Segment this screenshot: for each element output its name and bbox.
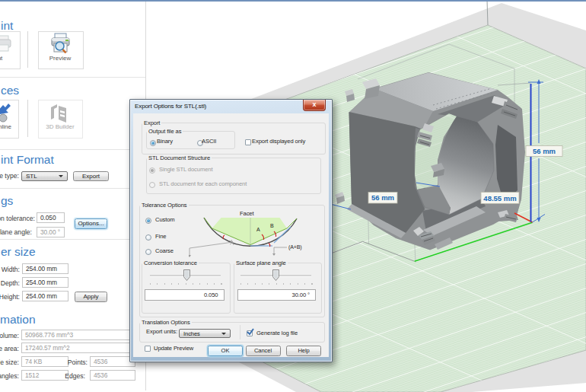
svg-text:56 mm: 56 mm bbox=[533, 147, 556, 155]
svg-text:A: A bbox=[256, 227, 260, 232]
svg-text:B: B bbox=[270, 223, 274, 228]
svg-text:(A+B): (A+B) bbox=[288, 244, 302, 250]
svg-text:48.55 mm: 48.55 mm bbox=[483, 194, 516, 202]
svg-text:56 mm: 56 mm bbox=[371, 193, 394, 202]
